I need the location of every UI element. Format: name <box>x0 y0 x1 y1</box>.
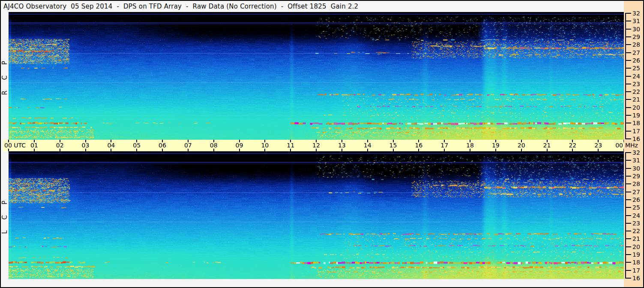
freq-tick <box>625 262 631 263</box>
freq-tick-label: 28 <box>632 41 643 48</box>
time-tick-label: 13 <box>335 140 348 151</box>
time-tick-label: 14 <box>361 140 374 151</box>
freq-tick <box>625 36 631 37</box>
freq-tick-label: 17 <box>632 267 643 274</box>
freq-tick-label: 17 <box>632 127 643 135</box>
rcp-panel-label-text: R C P <box>1 57 9 95</box>
time-tick-label: 01 <box>28 140 41 151</box>
freq-tick <box>625 215 631 216</box>
time-tick-label: 17 <box>438 140 451 151</box>
freq-tick-label: 24 <box>632 72 643 80</box>
freq-tick-label: 30 <box>632 25 643 33</box>
freq-tick <box>625 231 631 231</box>
freq-tick <box>625 152 631 153</box>
freq-tick <box>625 207 631 208</box>
freq-tick <box>625 246 631 247</box>
time-tick-label: 22 <box>566 140 579 151</box>
freq-tick <box>625 107 631 108</box>
freq-tick <box>625 278 631 279</box>
freq-tick-label: 26 <box>632 196 643 204</box>
freq-tick-label: 28 <box>632 180 643 188</box>
freq-tick-label: 26 <box>632 57 643 64</box>
time-tick-label: 11 <box>284 140 297 151</box>
freq-tick <box>625 68 631 69</box>
freq-tick <box>625 91 631 92</box>
freq-tick-label: 20 <box>632 243 643 251</box>
rcp-spectrogram-canvas <box>9 12 624 140</box>
time-tick-label: 12 <box>310 140 323 151</box>
freq-tick-label: 16 <box>632 135 643 143</box>
freq-tick <box>625 131 631 132</box>
time-tick-label: 16 <box>412 140 425 151</box>
freq-tick-label: 32 <box>632 149 643 156</box>
time-tick-label: 03 <box>79 140 92 151</box>
time-tick-label: 04 <box>105 140 117 151</box>
time-tick-label: 19 <box>489 140 502 151</box>
freq-tick <box>625 123 631 123</box>
time-tick-label: 10 <box>258 140 271 151</box>
freq-tick-label: 19 <box>632 111 643 119</box>
freq-tick <box>625 238 631 239</box>
freq-tick <box>625 52 631 53</box>
page-title: AJ4CO Observatory 05 Sep 2014 - DPS on T… <box>3 2 358 11</box>
lcp-panel-label: L C P <box>1 151 9 279</box>
freq-tick <box>625 29 631 30</box>
time-tick-label: 00 <box>610 140 623 151</box>
freq-tick <box>625 223 631 224</box>
freq-tick <box>625 254 631 255</box>
freq-tick-label: 31 <box>632 156 643 164</box>
freq-tick-label: 25 <box>632 204 643 211</box>
time-tick-label: 23 <box>592 140 605 151</box>
time-tick-label: 15 <box>387 140 400 151</box>
spectrogram-page: AJ4CO Observatory 05 Sep 2014 - DPS on T… <box>0 0 644 288</box>
time-axis-band: 00 UTC0102030405060708091011121314151617… <box>3 140 624 151</box>
freq-tick-label: 30 <box>632 165 643 172</box>
freq-tick <box>625 115 631 116</box>
time-tick-label: 08 <box>207 140 220 151</box>
freq-tick-label: 25 <box>632 64 643 72</box>
lcp-panel-label-text: L C P <box>1 196 9 234</box>
freq-tick-label: 18 <box>632 258 643 266</box>
freq-tick <box>625 160 631 161</box>
time-tick-label: 06 <box>156 140 169 151</box>
freq-tick-label: 19 <box>632 251 643 258</box>
freq-tick <box>625 270 631 271</box>
freq-tick-label: 29 <box>632 33 643 41</box>
freq-tick <box>625 183 631 184</box>
time-tick-label: 21 <box>541 140 554 151</box>
freq-tick-label: 22 <box>632 227 643 235</box>
rcp-panel-label: R C P <box>1 12 9 140</box>
title-bar: AJ4CO Observatory 05 Sep 2014 - DPS on T… <box>1 1 623 11</box>
freq-tick-label: 21 <box>632 96 643 103</box>
freq-tick <box>625 138 631 139</box>
time-tick-label: 09 <box>233 140 246 151</box>
freq-tick-label: 24 <box>632 212 643 219</box>
freq-tick <box>625 76 631 77</box>
time-tick-label: 05 <box>130 140 143 151</box>
freq-tick-label: 29 <box>632 172 643 180</box>
time-tick-label: 07 <box>182 140 195 151</box>
freq-tick-label: 22 <box>632 88 643 96</box>
freq-tick <box>625 84 631 84</box>
freq-tick-label: 23 <box>632 219 643 227</box>
freq-tick-label: 32 <box>632 9 643 17</box>
freq-tick <box>625 168 631 169</box>
time-tick-label: 20 <box>515 140 528 151</box>
time-tick-label: 00 UTC <box>4 140 26 151</box>
freq-tick-label: 18 <box>632 119 643 127</box>
freq-tick <box>625 44 631 45</box>
time-tick-label: 18 <box>464 140 476 151</box>
freq-tick <box>625 21 631 21</box>
time-tick-label: 02 <box>54 140 66 151</box>
freq-tick <box>625 99 631 100</box>
freq-tick-label: 27 <box>632 188 643 196</box>
freq-tick <box>625 13 631 14</box>
freq-tick <box>625 176 631 177</box>
freq-tick-label: 23 <box>632 80 643 88</box>
freq-tick <box>625 60 631 61</box>
freq-tick-label: 21 <box>632 235 643 243</box>
lcp-spectrogram-canvas <box>9 151 624 279</box>
freq-tick <box>625 192 631 192</box>
freq-tick <box>625 199 631 200</box>
freq-tick-label: 31 <box>632 17 643 25</box>
